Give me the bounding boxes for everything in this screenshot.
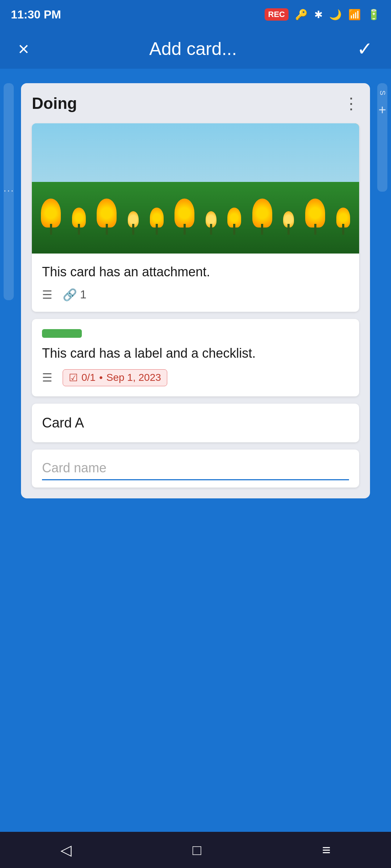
key-icon: 🔑 — [295, 9, 308, 21]
checklist-badge: ☑ 0/1 • Sep 1, 2023 — [63, 369, 167, 386]
nav-bar: ◁ □ ≡ — [0, 832, 391, 868]
card-2-body: This card has a label and a checklist. ☰… — [32, 319, 359, 396]
due-date-separator: • — [99, 372, 103, 383]
wifi-icon: 📶 — [348, 9, 361, 21]
bluetooth-icon: ✱ — [314, 9, 323, 21]
checklist-progress: 0/1 — [81, 372, 96, 383]
card-1[interactable]: This card has an attachment. ☰ 🔗 1 — [32, 123, 359, 312]
card-name-input[interactable] — [42, 457, 349, 480]
toolbar-title: Add card... — [149, 38, 237, 59]
card-1-text: This card has an attachment. — [42, 264, 349, 281]
description-icon: ☰ — [42, 288, 52, 302]
main-area: ⋮ Doing ⋮ — [0, 69, 391, 832]
attachment-count: 1 — [80, 288, 87, 301]
right-column-peek: S + — [377, 83, 387, 192]
column-doing: Doing ⋮ — [21, 83, 370, 498]
card-2-meta: ☰ ☑ 0/1 • Sep 1, 2023 — [42, 369, 349, 386]
card-1-body: This card has an attachment. ☰ 🔗 1 — [32, 254, 359, 312]
column-header: Doing ⋮ — [32, 94, 359, 112]
status-icons: REC 🔑 ✱ 🌙 📶 🔋 — [265, 8, 380, 21]
card-a[interactable]: Card A — [32, 404, 359, 442]
left-peek-dots: ⋮ — [3, 186, 15, 197]
card-a-text: Card A — [32, 404, 359, 442]
card-1-meta: ☰ 🔗 1 — [42, 288, 349, 302]
right-peek-add-icon[interactable]: + — [378, 102, 386, 118]
moon-icon: 🌙 — [329, 9, 342, 21]
due-date: Sep 1, 2023 — [106, 372, 161, 383]
card-2-text: This card has a label and a checklist. — [42, 345, 349, 362]
description-icon-2: ☰ — [42, 371, 52, 384]
column-title: Doing — [32, 94, 77, 112]
card-2[interactable]: This card has a label and a checklist. ☰… — [32, 319, 359, 396]
column-menu-button[interactable]: ⋮ — [343, 94, 359, 112]
attachment-info: 🔗 1 — [63, 288, 87, 302]
attachment-icon: 🔗 — [63, 288, 77, 302]
card-label-green — [42, 329, 82, 338]
back-button[interactable]: ◁ — [46, 838, 86, 862]
card-image — [32, 123, 359, 254]
flower-illustration — [32, 162, 359, 227]
home-button[interactable]: □ — [178, 838, 216, 862]
toolbar: × Add card... ✓ — [0, 29, 391, 69]
rec-badge: REC — [265, 8, 289, 21]
right-peek-label: S — [378, 90, 387, 95]
battery-icon: 🔋 — [367, 9, 380, 21]
status-time: 11:30 PM — [11, 8, 61, 21]
confirm-button[interactable]: ✓ — [353, 34, 377, 63]
add-card-input-container[interactable] — [32, 450, 359, 488]
status-bar: 11:30 PM REC 🔑 ✱ 🌙 📶 🔋 — [0, 0, 391, 29]
close-button[interactable]: × — [14, 34, 33, 63]
checklist-icon: ☑ — [69, 372, 78, 384]
recents-button[interactable]: ≡ — [308, 838, 345, 862]
left-column-peek: ⋮ — [4, 83, 14, 300]
